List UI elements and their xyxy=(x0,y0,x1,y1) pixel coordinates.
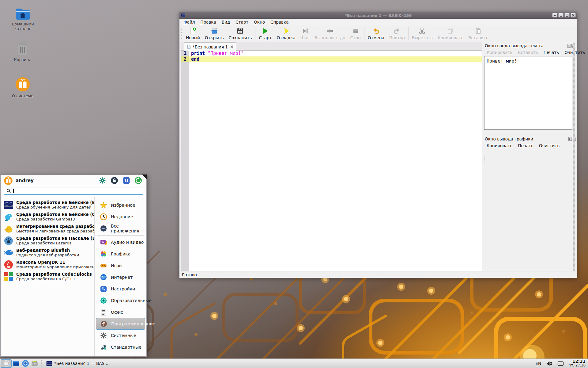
menu-app-openjdk[interactable]: Консоль OpenJDK 11Мониторинг и управлени… xyxy=(1,259,94,270)
category-favorites[interactable]: Избранное xyxy=(96,199,145,211)
tab-untitled[interactable]: *Без названия 1 xyxy=(184,42,236,51)
text-io-copy-button[interactable]: Копировать xyxy=(487,50,512,55)
toolbar-open-button[interactable]: Открыть xyxy=(202,26,226,41)
menu-app-basic256[interactable]: Среда разработки на Бейсике (BASIC-…Сред… xyxy=(1,199,94,211)
keyboard-layout-indicator[interactable]: EN xyxy=(536,361,541,366)
category-education[interactable]: Образовательные xyxy=(96,295,145,306)
menu-edit[interactable]: Правка xyxy=(198,19,219,25)
code-editor[interactable]: 1 print "Привет мир!" 2 end xyxy=(181,51,482,271)
cut-icon xyxy=(419,27,426,35)
chromium-launcher-icon[interactable] xyxy=(21,359,30,368)
menu-help[interactable]: Справка xyxy=(268,19,292,25)
category-list: Избранное Недавние Все приложения Аудио … xyxy=(94,197,146,356)
settings-gear-icon[interactable] xyxy=(99,177,106,184)
toolbar-paste-button[interactable]: Вставить xyxy=(466,26,491,41)
category-audio-video[interactable]: Аудио и видео xyxy=(96,236,145,248)
toolbar-debug-button[interactable]: Отладка xyxy=(274,26,298,41)
menu-window[interactable]: Окно xyxy=(251,19,268,25)
toolbar-new-button[interactable]: Новый xyxy=(183,26,202,41)
desktop-icon-label: О системе xyxy=(5,94,40,98)
menu-app-bluefish[interactable]: Веб-редактор BluefishРедактор для веб-ра… xyxy=(1,247,94,259)
dock-drag-handle[interactable] xyxy=(484,154,486,166)
dock-float-icon[interactable] xyxy=(567,44,571,48)
logout-icon[interactable] xyxy=(134,177,142,184)
category-accessories[interactable]: Стандартные xyxy=(96,341,145,353)
desktop-icon-home[interactable]: Домашний каталог xyxy=(5,7,40,31)
menu-view[interactable]: Вид xyxy=(219,19,233,25)
menu-app-gambas[interactable]: Среда разработки на Бейсике (Gambas3)Сре… xyxy=(1,211,94,223)
run-icon xyxy=(262,27,269,35)
education-icon xyxy=(100,297,107,304)
menu-app-geany[interactable]: Интегрированная среда разработкиБыстрая … xyxy=(1,223,94,235)
terminal-launcher-icon[interactable] xyxy=(12,359,21,368)
taskbar-window-button[interactable]: *Без названия 1 — BASI… xyxy=(44,360,112,367)
clock[interactable]: 12:31 Чт, 27.10 xyxy=(569,359,586,367)
line-number: 1 xyxy=(181,51,189,56)
titlebar[interactable]: *Без названия 1 — BASIC-256 xyxy=(179,12,577,19)
desktop-icon-about[interactable]: О системе xyxy=(5,77,40,98)
menu-run[interactable]: Старт xyxy=(233,19,251,25)
lazarus-icon xyxy=(3,236,13,246)
category-office[interactable]: Офис xyxy=(96,306,145,318)
toolbar-copy-button[interactable]: Копировать xyxy=(435,26,466,41)
switch-user-icon[interactable] xyxy=(123,177,130,184)
document-icon xyxy=(187,44,191,49)
rollup-button[interactable] xyxy=(552,13,557,17)
toolbar-stop-button[interactable]: Стоп xyxy=(348,26,363,41)
close-button[interactable] xyxy=(571,13,576,17)
category-settings[interactable]: Настройки xyxy=(96,283,145,295)
copy-icon xyxy=(447,27,454,35)
toolbar-drag-handle[interactable] xyxy=(180,28,183,40)
category-system[interactable]: Системные xyxy=(96,330,145,341)
username: andrey xyxy=(16,178,34,183)
toolbar-step-button[interactable]: Шаг xyxy=(298,26,312,41)
category-internet[interactable]: Интернет xyxy=(96,271,145,283)
graphics-print-button[interactable]: Печать xyxy=(518,143,533,148)
toolbar-run-button[interactable]: Старт xyxy=(256,26,274,41)
line-number: 2 xyxy=(181,56,189,62)
toolbar-cut-button[interactable]: Вырезать xyxy=(409,26,435,41)
category-games[interactable]: Игры xyxy=(96,260,145,271)
file-cabinet-launcher-icon[interactable] xyxy=(30,359,39,368)
status-text: Готово. xyxy=(182,272,198,277)
lock-screen-icon[interactable] xyxy=(111,177,118,184)
text-io-print-button[interactable]: Печать xyxy=(544,50,559,55)
category-all-apps[interactable]: Все приложения xyxy=(96,223,145,234)
text-io-paste-button[interactable]: Вставить xyxy=(518,50,538,55)
toolbar-save-button[interactable]: Сохранить xyxy=(226,26,254,41)
minimize-button[interactable] xyxy=(558,13,564,17)
menu-file[interactable]: Файл xyxy=(181,19,198,25)
toolbar-redo-button[interactable]: Повтор xyxy=(387,26,407,41)
menubar: Файл Правка Вид Старт Окно Справка xyxy=(179,19,577,25)
basic256-icon xyxy=(3,200,13,210)
toolbar-run-to-button[interactable]: Выполнить до xyxy=(312,26,348,41)
trash-icon xyxy=(5,42,40,56)
stop-icon xyxy=(352,27,359,35)
tasklist-drag-handle[interactable] xyxy=(40,360,43,366)
display-icon[interactable] xyxy=(557,360,564,367)
category-programming[interactable]: Программирование xyxy=(96,318,145,330)
dock-title-label: Окно вывода графики xyxy=(485,136,533,141)
tab-close-icon[interactable] xyxy=(230,45,233,48)
basic256-app-icon xyxy=(181,13,185,17)
category-graphics[interactable]: Графика xyxy=(96,248,145,260)
openjdk-icon xyxy=(3,260,13,270)
desktop-icon-trash[interactable]: Корзина xyxy=(5,42,40,62)
menu-app-lazarus[interactable]: Среда разработки на Паскале (Lazarus)Сре… xyxy=(1,235,94,247)
maximize-button[interactable] xyxy=(564,13,570,17)
dock-scrollbar[interactable] xyxy=(573,43,575,271)
toolbar-undo-button[interactable]: Отмена xyxy=(365,26,387,41)
graphics-clear-button[interactable]: Очистить xyxy=(539,143,560,148)
category-recent[interactable]: Недавние xyxy=(96,211,145,223)
dock-float-icon[interactable] xyxy=(568,137,572,141)
search-input[interactable] xyxy=(4,187,143,195)
tabbar: *Без названия 1 xyxy=(181,42,482,51)
text-output-area[interactable]: Привет мир! xyxy=(484,56,572,130)
graphics-copy-button[interactable]: Копировать xyxy=(487,143,512,148)
accessories-icon xyxy=(100,343,107,351)
start-menu-button[interactable] xyxy=(1,359,12,368)
volume-icon[interactable] xyxy=(546,360,552,367)
tab-label: *Без названия 1 xyxy=(193,44,228,49)
gambas-icon xyxy=(3,212,13,222)
menu-app-codeblocks[interactable]: Среда разработки Code::BlocksСреда разра… xyxy=(1,270,94,282)
